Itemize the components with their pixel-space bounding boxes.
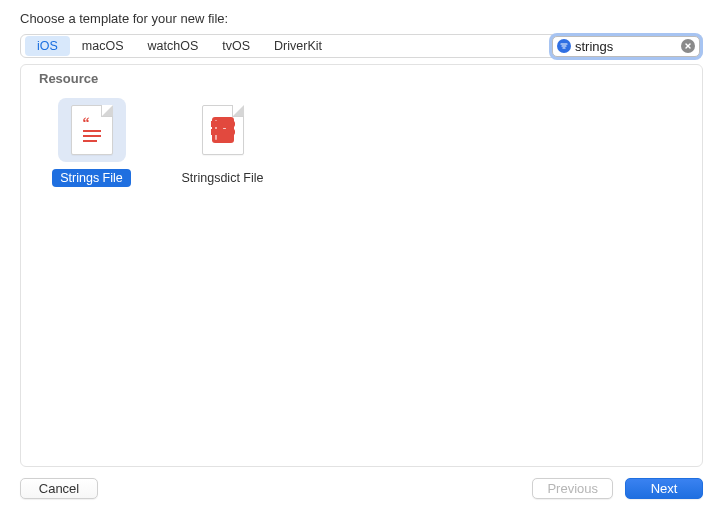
platform-tabs: iOS macOS watchOS tvOS DriverKit: [25, 36, 334, 56]
tab-driverkit[interactable]: DriverKit: [262, 36, 334, 56]
filter-icon: [557, 39, 571, 53]
search-input[interactable]: [575, 39, 677, 54]
cancel-button[interactable]: Cancel: [20, 478, 98, 499]
dialog-title: Choose a template for your new file:: [20, 11, 228, 26]
template-label: Stringsdict File: [174, 169, 272, 187]
tab-tvos[interactable]: tvOS: [210, 36, 262, 56]
stringsdict-file-icon: [202, 105, 244, 155]
tab-macos[interactable]: macOS: [70, 36, 136, 56]
toolbar: iOS macOS watchOS tvOS DriverKit: [20, 34, 703, 58]
tab-ios[interactable]: iOS: [25, 36, 70, 56]
search-field[interactable]: [552, 36, 700, 57]
strings-file-icon: “: [71, 105, 113, 155]
next-button[interactable]: Next: [625, 478, 703, 499]
clear-search-icon[interactable]: [681, 39, 695, 53]
template-thumb: “: [58, 98, 126, 162]
previous-button: Previous: [532, 478, 613, 499]
template-strings-file[interactable]: “ Strings File: [39, 98, 144, 187]
template-thumb: [189, 98, 257, 162]
dialog-footer: Cancel Previous Next: [20, 477, 703, 499]
template-stringsdict-file[interactable]: Stringsdict File: [170, 98, 275, 187]
template-label: Strings File: [52, 169, 131, 187]
template-list: Resource “ Strings File: [20, 64, 703, 467]
tab-watchos[interactable]: watchOS: [136, 36, 211, 56]
section-header-resource: Resource: [21, 65, 702, 90]
